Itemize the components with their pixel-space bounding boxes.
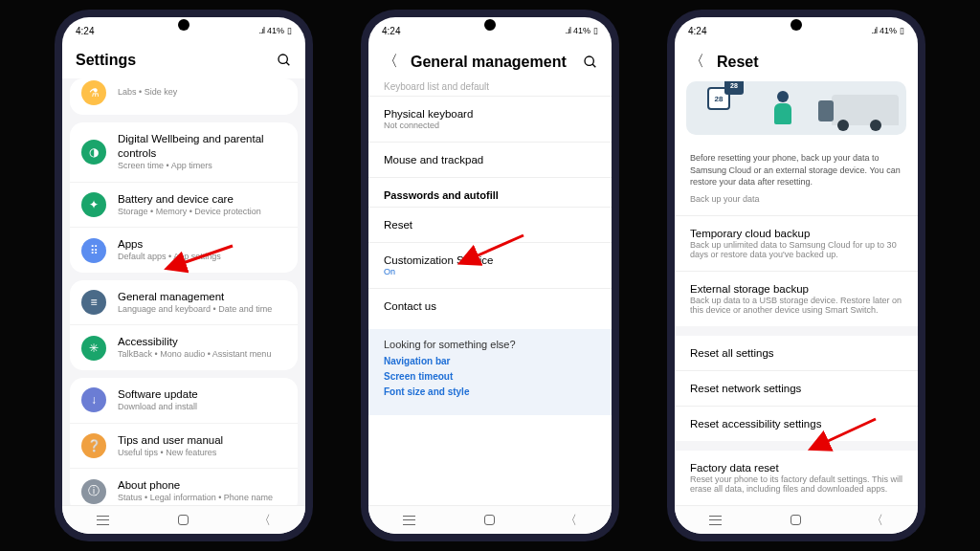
wellbeing-icon: ◑: [81, 140, 106, 165]
list-item[interactable]: ✦Battery and device careStorage • Memory…: [70, 183, 298, 229]
list-item[interactable]: ❔Tips and user manualUseful tips • New f…: [70, 424, 298, 470]
list-item[interactable]: Physical keyboardNot connected: [368, 97, 612, 143]
back-button[interactable]: 〈: [871, 512, 883, 529]
looking-block: Looking for something else? Navigation b…: [368, 329, 612, 415]
back-icon[interactable]: 〈: [382, 52, 399, 72]
apps-icon: ⠿: [81, 238, 106, 263]
phone-reset: 4:24 ..ıl41%▯ 〈 Reset 28 28 Before reset…: [667, 10, 925, 541]
header: Settings: [62, 42, 305, 78]
list-item[interactable]: Reset accessibility settings: [675, 407, 918, 441]
list-item[interactable]: Reset all settings: [675, 336, 918, 371]
page-title: Settings: [76, 52, 265, 69]
recents-button[interactable]: [97, 516, 109, 525]
header: 〈 General management: [368, 42, 612, 81]
camera-hole: [484, 19, 496, 31]
svg-line-1: [286, 62, 289, 65]
nav-bar: 〈: [675, 505, 918, 534]
list-item[interactable]: ↓Software updateDownload and install: [70, 378, 298, 424]
illustration: 28 28: [686, 81, 906, 135]
list-item[interactable]: Reset network settings: [675, 371, 918, 407]
home-button[interactable]: [178, 515, 189, 525]
clock: 4:24: [688, 26, 706, 36]
back-button[interactable]: 〈: [565, 512, 577, 529]
clock: 4:24: [382, 26, 400, 36]
list-item-reset[interactable]: Reset: [368, 208, 612, 243]
info-text: Before resetting your phone, back up you…: [675, 144, 918, 215]
list-item-general-management[interactable]: ≡General managementLanguage and keyboard…: [70, 280, 298, 326]
calendar-icon: 28: [724, 81, 744, 95]
list-item[interactable]: External storage backupBack up data to a…: [675, 272, 918, 326]
battery-icon: ✦: [81, 192, 106, 217]
labs-icon: ⚗: [81, 80, 106, 105]
truck-icon: [832, 95, 899, 125]
about-icon: ⓘ: [81, 479, 106, 504]
nav-bar: 〈: [368, 505, 612, 534]
header: 〈 Reset: [675, 42, 918, 81]
svg-point-3: [585, 56, 593, 65]
back-icon[interactable]: 〈: [688, 52, 705, 72]
list-item[interactable]: ✳AccessibilityTalkBack • Mono audio • As…: [70, 325, 298, 370]
clock: 4:24: [76, 26, 94, 36]
backup-link[interactable]: Back up your data: [690, 194, 902, 204]
home-button[interactable]: [791, 515, 801, 525]
phone-general-management: 4:24 ..ıl41%▯ 〈 General management Keybo…: [361, 10, 619, 541]
general-icon: ≡: [81, 290, 106, 315]
home-button[interactable]: [484, 515, 495, 525]
page-title: Reset: [717, 54, 904, 71]
back-button[interactable]: 〈: [258, 512, 271, 529]
nav-bar: 〈: [62, 505, 305, 534]
list-item[interactable]: Temporary cloud backupBack up unlimited …: [675, 216, 918, 272]
list-item[interactable]: Keyboard list and default: [368, 81, 612, 97]
recents-button[interactable]: [403, 516, 415, 525]
list-item[interactable]: ⓘAbout phoneStatus • Legal information •…: [70, 469, 298, 505]
svg-point-0: [278, 55, 287, 63]
list-item[interactable]: ⚗ Labs • Side key: [70, 78, 298, 115]
tips-icon: ❔: [81, 433, 106, 458]
section-title: Passwords and autofill: [368, 178, 612, 207]
camera-hole: [791, 19, 802, 31]
list-item[interactable]: ◑Digital Wellbeing and parental controls…: [70, 122, 298, 183]
link[interactable]: Screen timeout: [384, 371, 596, 382]
camera-hole: [178, 19, 189, 31]
list-item[interactable]: Mouse and trackpad: [368, 143, 612, 178]
list-item[interactable]: ⠿AppsDefault apps • App settings: [70, 228, 298, 273]
list-item[interactable]: Contact us: [368, 289, 612, 323]
search-icon[interactable]: [277, 53, 292, 68]
list-item-factory-reset[interactable]: Factory data resetReset your phone to it…: [675, 451, 918, 505]
page-title: General management: [411, 54, 571, 71]
phone-settings: 4:24 ..ıl 41% ▯ Settings ⚗ Labs • Side k…: [55, 10, 313, 541]
list-item[interactable]: Customization ServiceOn: [368, 243, 612, 289]
update-icon: ↓: [81, 387, 106, 412]
accessibility-icon: ✳: [81, 336, 106, 361]
person-icon: [772, 91, 793, 127]
recents-button[interactable]: [709, 516, 722, 525]
link[interactable]: Font size and style: [384, 386, 596, 397]
link[interactable]: Navigation bar: [384, 356, 596, 366]
search-icon[interactable]: [583, 55, 598, 70]
svg-line-4: [592, 64, 595, 67]
